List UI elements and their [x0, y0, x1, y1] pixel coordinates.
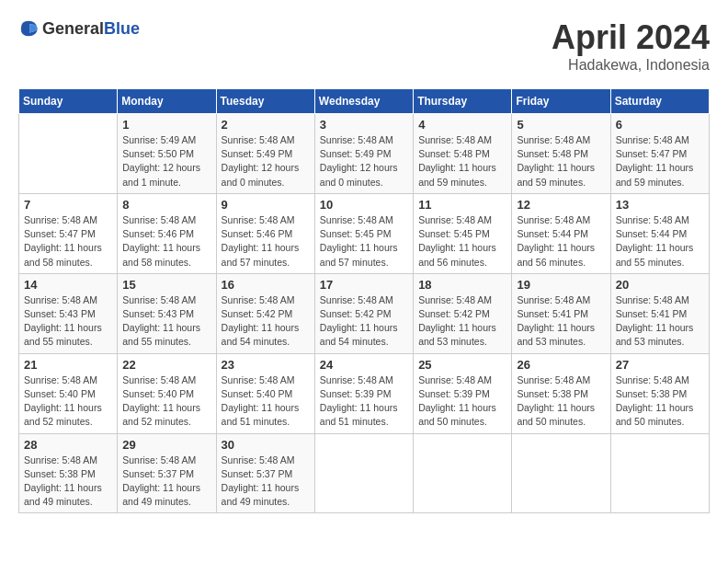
calendar-week-row: 14Sunrise: 5:48 AM Sunset: 5:43 PM Dayli…	[19, 273, 710, 353]
day-info: Sunrise: 5:48 AM Sunset: 5:41 PM Dayligh…	[616, 293, 704, 350]
day-info: Sunrise: 5:48 AM Sunset: 5:47 PM Dayligh…	[24, 213, 112, 270]
location-title: Hadakewa, Indonesia	[552, 57, 710, 74]
day-number: 6	[616, 118, 704, 132]
calendar-cell	[610, 433, 709, 513]
day-info: Sunrise: 5:48 AM Sunset: 5:43 PM Dayligh…	[24, 293, 112, 350]
calendar-cell: 21Sunrise: 5:48 AM Sunset: 5:40 PM Dayli…	[19, 353, 118, 433]
calendar-cell	[414, 433, 512, 513]
calendar-week-row: 28Sunrise: 5:48 AM Sunset: 5:38 PM Dayli…	[19, 433, 710, 513]
day-number: 13	[616, 198, 704, 212]
day-number: 26	[517, 358, 605, 372]
calendar-cell: 19Sunrise: 5:48 AM Sunset: 5:41 PM Dayli…	[512, 273, 610, 353]
day-info: Sunrise: 5:48 AM Sunset: 5:43 PM Dayligh…	[122, 293, 210, 350]
day-number: 12	[517, 198, 605, 212]
calendar-cell: 14Sunrise: 5:48 AM Sunset: 5:43 PM Dayli…	[19, 273, 118, 353]
calendar-cell	[512, 433, 610, 513]
day-info: Sunrise: 5:48 AM Sunset: 5:38 PM Dayligh…	[24, 454, 112, 510]
day-number: 20	[616, 278, 704, 292]
day-info: Sunrise: 5:48 AM Sunset: 5:45 PM Dayligh…	[320, 213, 408, 270]
calendar-cell: 2Sunrise: 5:48 AM Sunset: 5:49 PM Daylig…	[216, 114, 314, 194]
day-number: 29	[122, 438, 210, 452]
day-number: 23	[222, 358, 310, 372]
day-number: 7	[24, 198, 112, 212]
day-number: 17	[320, 278, 408, 292]
calendar-table: SundayMondayTuesdayWednesdayThursdayFrid…	[18, 88, 710, 513]
day-number: 9	[222, 198, 310, 212]
day-info: Sunrise: 5:48 AM Sunset: 5:48 PM Dayligh…	[418, 133, 506, 190]
day-info: Sunrise: 5:48 AM Sunset: 5:42 PM Dayligh…	[418, 293, 506, 350]
day-number: 10	[320, 198, 408, 212]
calendar-cell	[19, 114, 118, 194]
day-number: 18	[418, 278, 506, 292]
weekday-header-row: SundayMondayTuesdayWednesdayThursdayFrid…	[19, 89, 710, 114]
day-number: 4	[418, 118, 506, 132]
calendar-cell: 24Sunrise: 5:48 AM Sunset: 5:39 PM Dayli…	[314, 353, 413, 433]
day-info: Sunrise: 5:48 AM Sunset: 5:44 PM Dayligh…	[616, 213, 704, 270]
day-info: Sunrise: 5:48 AM Sunset: 5:42 PM Dayligh…	[222, 293, 310, 350]
calendar-cell: 8Sunrise: 5:48 AM Sunset: 5:46 PM Daylig…	[118, 193, 216, 273]
day-info: Sunrise: 5:48 AM Sunset: 5:46 PM Dayligh…	[222, 213, 310, 270]
calendar-cell: 3Sunrise: 5:48 AM Sunset: 5:49 PM Daylig…	[314, 114, 413, 194]
day-info: Sunrise: 5:48 AM Sunset: 5:40 PM Dayligh…	[122, 373, 210, 430]
day-info: Sunrise: 5:48 AM Sunset: 5:37 PM Dayligh…	[222, 454, 310, 510]
day-number: 5	[517, 118, 605, 132]
weekday-header: Thursday	[414, 89, 512, 114]
day-info: Sunrise: 5:48 AM Sunset: 5:45 PM Dayligh…	[418, 213, 506, 270]
weekday-header: Wednesday	[314, 89, 413, 114]
day-number: 30	[222, 438, 310, 452]
calendar-cell: 4Sunrise: 5:48 AM Sunset: 5:48 PM Daylig…	[414, 114, 512, 194]
day-number: 25	[418, 358, 506, 372]
day-info: Sunrise: 5:48 AM Sunset: 5:49 PM Dayligh…	[320, 133, 408, 190]
day-info: Sunrise: 5:48 AM Sunset: 5:46 PM Dayligh…	[122, 213, 210, 270]
calendar-cell: 5Sunrise: 5:48 AM Sunset: 5:48 PM Daylig…	[512, 114, 610, 194]
calendar-cell: 16Sunrise: 5:48 AM Sunset: 5:42 PM Dayli…	[216, 273, 314, 353]
calendar-cell: 18Sunrise: 5:48 AM Sunset: 5:42 PM Dayli…	[414, 273, 512, 353]
day-number: 22	[122, 358, 210, 372]
calendar-week-row: 21Sunrise: 5:48 AM Sunset: 5:40 PM Dayli…	[19, 353, 710, 433]
weekday-header: Monday	[118, 89, 216, 114]
day-number: 19	[517, 278, 605, 292]
day-info: Sunrise: 5:48 AM Sunset: 5:49 PM Dayligh…	[222, 133, 310, 190]
calendar-cell: 11Sunrise: 5:48 AM Sunset: 5:45 PM Dayli…	[414, 193, 512, 273]
day-number: 28	[24, 438, 112, 452]
calendar-cell: 26Sunrise: 5:48 AM Sunset: 5:38 PM Dayli…	[512, 353, 610, 433]
day-info: Sunrise: 5:48 AM Sunset: 5:42 PM Dayligh…	[320, 293, 408, 350]
calendar-cell: 10Sunrise: 5:48 AM Sunset: 5:45 PM Dayli…	[314, 193, 413, 273]
day-number: 27	[616, 358, 704, 372]
month-title: April 2024	[552, 18, 710, 57]
calendar-cell: 28Sunrise: 5:48 AM Sunset: 5:38 PM Dayli…	[19, 433, 118, 513]
title-area: April 2024 Hadakewa, Indonesia	[552, 18, 710, 74]
page-header: GeneralBlue April 2024 Hadakewa, Indones…	[18, 18, 710, 74]
day-info: Sunrise: 5:48 AM Sunset: 5:47 PM Dayligh…	[616, 133, 704, 190]
day-number: 16	[222, 278, 310, 292]
calendar-cell: 20Sunrise: 5:48 AM Sunset: 5:41 PM Dayli…	[610, 273, 709, 353]
day-info: Sunrise: 5:48 AM Sunset: 5:39 PM Dayligh…	[320, 373, 408, 430]
day-number: 24	[320, 358, 408, 372]
day-info: Sunrise: 5:48 AM Sunset: 5:40 PM Dayligh…	[24, 373, 112, 430]
day-info: Sunrise: 5:48 AM Sunset: 5:41 PM Dayligh…	[517, 293, 605, 350]
day-number: 21	[24, 358, 112, 372]
calendar-cell: 25Sunrise: 5:48 AM Sunset: 5:39 PM Dayli…	[414, 353, 512, 433]
weekday-header: Sunday	[19, 89, 118, 114]
calendar-cell: 29Sunrise: 5:48 AM Sunset: 5:37 PM Dayli…	[118, 433, 216, 513]
logo-blue-text: Blue	[104, 19, 140, 38]
calendar-week-row: 1Sunrise: 5:49 AM Sunset: 5:50 PM Daylig…	[19, 114, 710, 194]
calendar-week-row: 7Sunrise: 5:48 AM Sunset: 5:47 PM Daylig…	[19, 193, 710, 273]
logo-icon	[18, 18, 39, 39]
calendar-cell: 15Sunrise: 5:48 AM Sunset: 5:43 PM Dayli…	[118, 273, 216, 353]
day-info: Sunrise: 5:48 AM Sunset: 5:38 PM Dayligh…	[616, 373, 704, 430]
day-number: 1	[122, 118, 210, 132]
day-number: 11	[418, 198, 506, 212]
logo-general-text: General	[42, 19, 104, 38]
day-number: 2	[222, 118, 310, 132]
calendar-cell: 17Sunrise: 5:48 AM Sunset: 5:42 PM Dayli…	[314, 273, 413, 353]
calendar-cell	[314, 433, 413, 513]
day-info: Sunrise: 5:48 AM Sunset: 5:48 PM Dayligh…	[517, 133, 605, 190]
calendar-cell: 23Sunrise: 5:48 AM Sunset: 5:40 PM Dayli…	[216, 353, 314, 433]
calendar-cell: 30Sunrise: 5:48 AM Sunset: 5:37 PM Dayli…	[216, 433, 314, 513]
calendar-cell: 1Sunrise: 5:49 AM Sunset: 5:50 PM Daylig…	[118, 114, 216, 194]
weekday-header: Friday	[512, 89, 610, 114]
calendar-cell: 13Sunrise: 5:48 AM Sunset: 5:44 PM Dayli…	[610, 193, 709, 273]
day-info: Sunrise: 5:48 AM Sunset: 5:38 PM Dayligh…	[517, 373, 605, 430]
calendar-cell: 12Sunrise: 5:48 AM Sunset: 5:44 PM Dayli…	[512, 193, 610, 273]
